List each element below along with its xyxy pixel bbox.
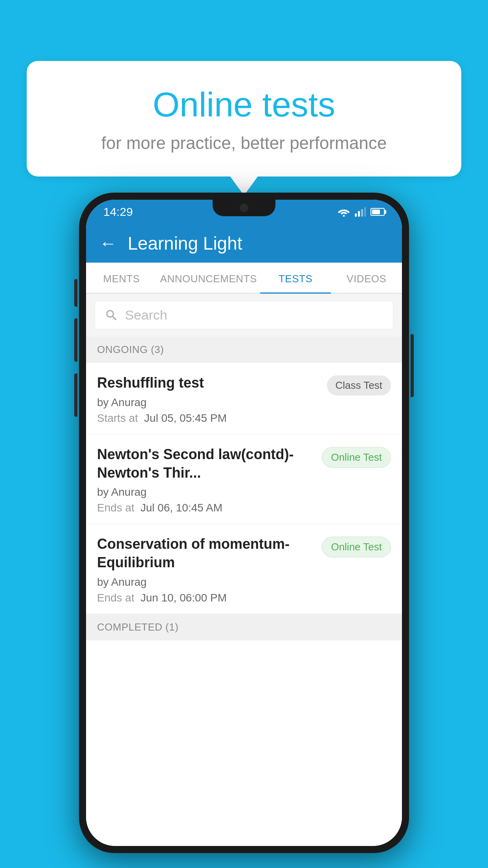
bubble-subtitle: for more practice, better performance bbox=[54, 133, 434, 153]
ongoing-section-label: ONGOING (3) bbox=[86, 337, 402, 363]
phone-notch bbox=[213, 200, 275, 216]
svg-rect-4 bbox=[364, 207, 366, 217]
volume-button-1 bbox=[74, 279, 77, 307]
test-time-3: Ends at Jun 10, 06:00 PM bbox=[97, 592, 314, 604]
test-author-1: by Anurag bbox=[97, 396, 319, 409]
volume-button-3 bbox=[74, 373, 77, 417]
test-list: Reshuffling test by Anurag Starts at Jul… bbox=[86, 363, 402, 846]
back-button[interactable]: ← bbox=[99, 234, 117, 253]
tab-ments[interactable]: MENTS bbox=[86, 263, 157, 293]
signal-icon bbox=[355, 207, 366, 217]
badge-online-test-2: Online Test bbox=[322, 447, 391, 468]
test-author-2: by Anurag bbox=[97, 486, 314, 498]
test-item-3[interactable]: Conservation of momentum-Equilibrium by … bbox=[86, 524, 402, 614]
phone-frame: 14:29 bbox=[79, 193, 409, 853]
app-header: ← Learning Light bbox=[86, 224, 402, 263]
volume-button-2 bbox=[74, 318, 77, 362]
test-info-3: Conservation of momentum-Equilibrium by … bbox=[97, 535, 314, 604]
tab-announcements[interactable]: ANNOUNCEMENTS bbox=[157, 263, 260, 293]
bubble-title: Online tests bbox=[54, 85, 434, 125]
completed-section-label: COMPLETED (1) bbox=[86, 614, 402, 640]
svg-rect-1 bbox=[355, 213, 357, 217]
tabs-bar: MENTS ANNOUNCEMENTS TESTS VIDEOS bbox=[86, 263, 402, 294]
speech-bubble-container: Online tests for more practice, better p… bbox=[27, 61, 461, 177]
search-container: Search bbox=[86, 294, 402, 337]
test-item-2[interactable]: Newton's Second law(contd)-Newton's Thir… bbox=[86, 434, 402, 524]
search-bar[interactable]: Search bbox=[95, 301, 393, 329]
test-item-1[interactable]: Reshuffling test by Anurag Starts at Jul… bbox=[86, 363, 402, 434]
app-title: Learning Light bbox=[128, 233, 242, 254]
badge-online-test-3: Online Test bbox=[322, 537, 391, 557]
phone-wrapper: 14:29 bbox=[79, 193, 409, 853]
tab-tests[interactable]: TESTS bbox=[260, 263, 331, 293]
front-camera bbox=[240, 204, 248, 212]
power-button bbox=[411, 334, 414, 397]
test-info-2: Newton's Second law(contd)-Newton's Thir… bbox=[97, 445, 314, 515]
svg-rect-3 bbox=[361, 209, 363, 217]
svg-point-0 bbox=[343, 215, 345, 217]
tab-videos[interactable]: VIDEOS bbox=[331, 263, 402, 293]
search-input[interactable]: Search bbox=[125, 307, 167, 323]
search-icon bbox=[105, 308, 119, 322]
test-time-1: Starts at Jul 05, 05:45 PM bbox=[97, 412, 319, 425]
phone-screen: 14:29 bbox=[86, 200, 402, 846]
test-name-2: Newton's Second law(contd)-Newton's Thir… bbox=[97, 445, 314, 482]
svg-rect-2 bbox=[358, 211, 360, 217]
test-name-3: Conservation of momentum-Equilibrium bbox=[97, 535, 314, 572]
status-time: 14:29 bbox=[103, 205, 133, 219]
test-name-1: Reshuffling test bbox=[97, 374, 319, 392]
wifi-icon bbox=[338, 207, 350, 217]
test-author-3: by Anurag bbox=[97, 576, 314, 588]
test-info-1: Reshuffling test by Anurag Starts at Jul… bbox=[97, 374, 319, 425]
test-time-2: Ends at Jul 06, 10:45 AM bbox=[97, 502, 314, 514]
speech-bubble: Online tests for more practice, better p… bbox=[27, 61, 461, 177]
badge-class-test-1: Class Test bbox=[327, 375, 391, 395]
battery-icon bbox=[371, 208, 385, 216]
status-icons bbox=[338, 207, 385, 217]
